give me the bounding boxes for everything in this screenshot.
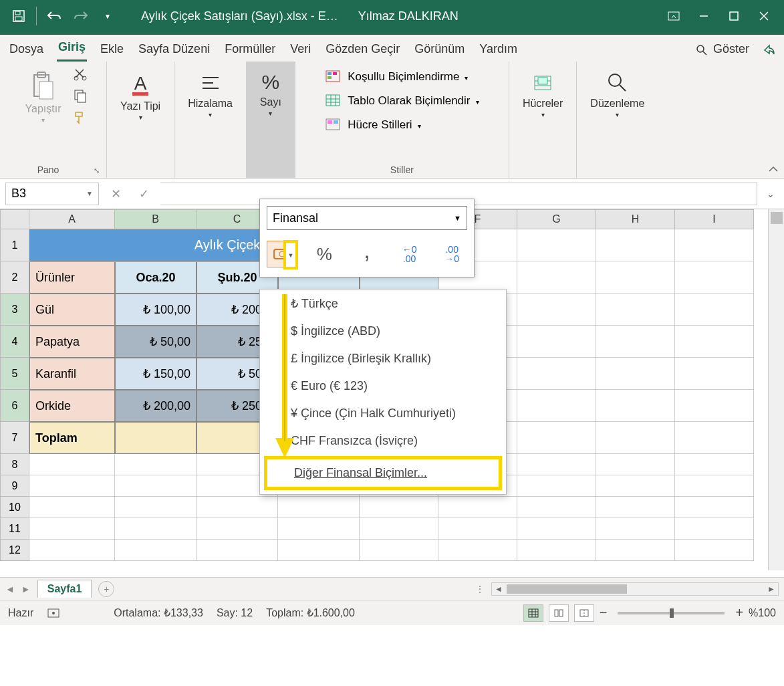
decrease-decimal-button[interactable]: .00→0 xyxy=(436,241,467,267)
status-bar: Hazır Ortalama: ₺133,33 Say: 12 Toplam: … xyxy=(0,600,784,625)
zoom-level[interactable]: %100 xyxy=(749,607,776,619)
ribbon-display-icon[interactable] xyxy=(658,3,688,29)
row-header-7[interactable]: 7 xyxy=(0,422,29,454)
select-all-corner[interactable] xyxy=(0,209,29,229)
collapse-ribbon-icon[interactable] xyxy=(768,164,779,174)
ribbon-group-yazi-tipi: A Yazı Tipi ▾ xyxy=(107,62,174,178)
conditional-formatting-button[interactable]: Koşullu Biçimlendirme▾ xyxy=(323,67,469,87)
close-icon[interactable] xyxy=(749,3,779,29)
row-header-1[interactable]: 1 xyxy=(0,229,29,261)
chevron-down-icon[interactable]: ▼ xyxy=(86,190,93,197)
svg-point-36 xyxy=(609,74,621,86)
name-box[interactable]: B3 ▼ xyxy=(5,183,99,205)
svg-rect-10 xyxy=(39,82,53,99)
tab-gozden-gecir[interactable]: Gözden Geçir xyxy=(324,38,401,62)
undo-icon[interactable] xyxy=(41,3,68,29)
chevron-down-icon: ▾ xyxy=(541,111,545,118)
row-header-12[interactable]: 12 xyxy=(0,540,29,561)
svg-rect-35 xyxy=(538,78,547,84)
row-header-5[interactable]: 5 xyxy=(0,358,29,390)
view-page-break-icon[interactable] xyxy=(574,604,594,622)
tab-giris[interactable]: Giriş xyxy=(57,36,87,62)
row-header-4[interactable]: 4 xyxy=(0,326,29,358)
save-icon[interactable] xyxy=(5,3,32,29)
share-icon[interactable] xyxy=(763,43,776,57)
sheet-tab-1[interactable]: Sayfa1 xyxy=(37,580,92,598)
tab-yardim[interactable]: Yardım xyxy=(478,38,519,62)
zoom-in-button[interactable]: + xyxy=(735,605,743,620)
cells-button[interactable]: Hücreler ▾ xyxy=(516,67,569,122)
format-painter-icon[interactable] xyxy=(73,110,88,124)
row-header-6[interactable]: 6 xyxy=(0,390,29,422)
user-name[interactable]: Yılmaz DALKIRAN xyxy=(358,9,459,23)
chevron-down-icon: ▾ xyxy=(139,114,142,121)
status-average: ₺133,33 xyxy=(164,607,203,618)
sheet-tabs-split-icon[interactable]: ⋮ xyxy=(475,584,485,594)
view-page-layout-icon[interactable] xyxy=(549,604,569,622)
add-sheet-button[interactable]: + xyxy=(98,581,114,597)
tab-sayfa-duzeni[interactable]: Sayfa Düzeni xyxy=(137,38,211,62)
minimize-icon[interactable] xyxy=(688,3,718,29)
row-header-9[interactable]: 9 xyxy=(0,475,29,497)
redo-icon[interactable] xyxy=(68,3,94,29)
cancel-formula-icon[interactable]: ✕ xyxy=(104,183,127,205)
svg-rect-5 xyxy=(730,12,738,20)
svg-rect-30 xyxy=(328,120,332,124)
row-headers: 123456789101112 xyxy=(0,229,29,561)
maximize-icon[interactable] xyxy=(718,3,749,29)
horizontal-scrollbar[interactable]: ◄► xyxy=(491,582,779,596)
macro-record-icon[interactable] xyxy=(47,607,60,619)
number-format-panel: Finansal ▼ ▼ % , ←0.00 .00→0 xyxy=(259,199,475,277)
cell-styles-button[interactable]: Hücre Stilleri▾ xyxy=(323,115,422,135)
col-header-I[interactable]: I xyxy=(675,209,754,229)
search-icon[interactable] xyxy=(696,44,708,56)
svg-rect-1 xyxy=(15,11,20,15)
col-header-A[interactable]: A xyxy=(29,209,115,229)
col-header-H[interactable]: H xyxy=(596,209,675,229)
col-header-G[interactable]: G xyxy=(517,209,596,229)
format-as-table-button[interactable]: Tablo Olarak Biçimlendir▾ xyxy=(323,91,480,111)
tab-ekle[interactable]: Ekle xyxy=(99,38,125,62)
ribbon-group-pano: Yapıştır ▾ Pano⤡ xyxy=(0,62,107,178)
expand-formula-icon[interactable]: ⌄ xyxy=(763,189,779,199)
svg-rect-24 xyxy=(326,95,340,106)
svg-rect-0 xyxy=(13,11,24,21)
tab-formuller[interactable]: Formüller xyxy=(223,38,277,62)
row-header-2[interactable]: 2 xyxy=(0,261,29,294)
qat-customize-icon[interactable]: ▼ xyxy=(94,3,121,29)
tab-gorunum[interactable]: Görünüm xyxy=(413,38,466,62)
zoom-slider[interactable] xyxy=(618,612,725,614)
percent-format-button[interactable]: % xyxy=(309,241,340,267)
number-format-combo[interactable]: Finansal ▼ xyxy=(267,206,467,230)
cut-icon[interactable] xyxy=(73,67,88,82)
chevron-down-icon: ▾ xyxy=(41,116,45,124)
editing-button[interactable]: Düzenleme ▾ xyxy=(583,67,651,122)
currency-option-more[interactable]: Diğer Finansal Biçimler... xyxy=(267,459,499,487)
accounting-dropdown-highlight[interactable]: ▼ xyxy=(283,240,298,269)
row-header-11[interactable]: 11 xyxy=(0,518,29,540)
copy-icon[interactable] xyxy=(73,88,88,103)
ribbon-tabs: Dosya Giriş Ekle Sayfa Düzeni Formüller … xyxy=(0,32,784,62)
row-header-10[interactable]: 10 xyxy=(0,497,29,518)
increase-decimal-button[interactable]: ←0.00 xyxy=(394,241,425,267)
goster-button[interactable]: Göster xyxy=(712,38,751,62)
sheet-nav-prev-icon[interactable]: ◄ xyxy=(5,584,15,594)
accounting-format-button[interactable]: ▼ xyxy=(267,241,297,267)
tab-dosya[interactable]: Dosya xyxy=(8,38,45,62)
vertical-scrollbar[interactable] xyxy=(768,209,784,570)
number-format-button[interactable]: % Sayı ▾ xyxy=(253,67,288,121)
titlebar: ▼ Aylık Çiçek Satışları (Sayı).xlsx - E…… xyxy=(0,0,784,32)
enter-formula-icon[interactable]: ✓ xyxy=(132,183,155,205)
paste-button[interactable]: Yapıştır ▾ xyxy=(19,67,68,128)
sheet-nav-next-icon[interactable]: ► xyxy=(21,584,31,594)
view-normal-icon[interactable] xyxy=(523,604,543,622)
pano-launcher-icon[interactable]: ⤡ xyxy=(94,166,100,175)
comma-format-button[interactable]: , xyxy=(352,241,382,267)
tab-veri[interactable]: Veri xyxy=(289,38,312,62)
alignment-button[interactable]: Hizalama ▾ xyxy=(181,67,239,122)
zoom-out-button[interactable]: − xyxy=(600,605,608,620)
col-header-B[interactable]: B xyxy=(115,209,197,229)
row-header-8[interactable]: 8 xyxy=(0,454,29,475)
font-button[interactable]: A Yazı Tipi ▾ xyxy=(114,67,167,125)
row-header-3[interactable]: 3 xyxy=(0,294,29,326)
